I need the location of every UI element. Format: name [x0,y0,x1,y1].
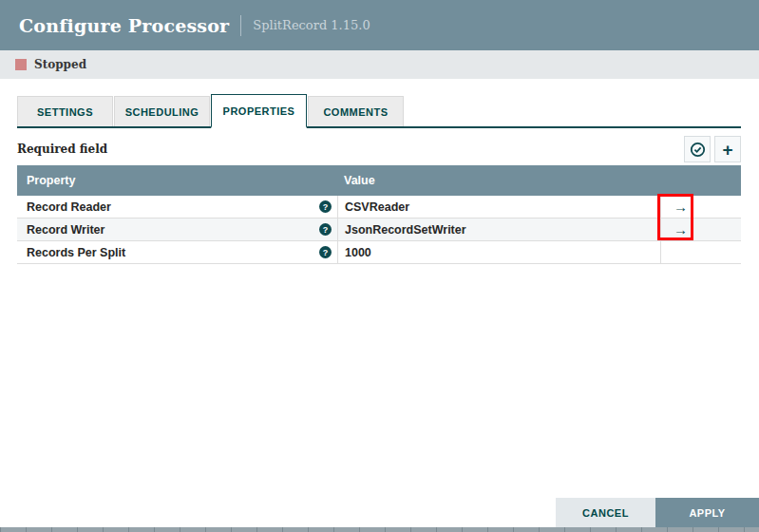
verify-properties-button[interactable] [684,136,711,162]
help-icon[interactable]: ? [319,200,332,213]
processor-name-version: SplitRecord 1.15.0 [253,18,370,32]
tab-scheduling[interactable]: SCHEDULING [114,96,210,126]
tab-comments[interactable]: COMMENTS [308,96,404,126]
property-name: Record Writer [27,223,104,237]
status-bar: Stopped [0,50,759,79]
add-property-button[interactable]: + [714,136,741,162]
table-row-record-writer[interactable]: Record Writer ? JsonRecordSetWriter → [17,218,741,241]
required-field-label: Required field [17,142,107,156]
property-name: Records Per Split [27,246,125,259]
property-value[interactable]: JsonRecordSetWriter [345,223,466,237]
cancel-button[interactable]: CANCEL [556,498,655,527]
table-header: Property Value [17,165,741,196]
property-name: Record Reader [27,200,111,214]
background-canvas-strip [0,527,759,532]
tab-settings[interactable]: SETTINGS [17,96,113,126]
go-to-service-button[interactable]: → [670,222,692,237]
arrow-right-icon: → [674,199,688,215]
table-row-records-per-split[interactable]: Records Per Split ? 1000 [17,241,741,264]
plus-icon: + [722,141,732,159]
column-header-value: Value [337,174,741,187]
tab-properties[interactable]: PROPERTIES [211,94,307,128]
apply-button[interactable]: APPLY [655,498,759,527]
arrow-right-icon: → [674,221,688,238]
check-circle-icon [690,142,706,158]
help-icon[interactable]: ? [319,223,332,236]
property-value[interactable]: CSVReader [345,200,409,214]
properties-table: Property Value Record Reader ? CSVReader… [17,165,741,264]
column-header-property: Property [17,174,337,187]
properties-toolbar: Required field + [17,135,741,163]
dialog-footer: CANCEL APPLY [556,498,759,527]
property-toolbar-buttons: + [684,136,741,162]
stopped-status-icon [15,59,27,70]
help-icon[interactable]: ? [319,246,332,258]
go-to-service-button[interactable]: → [670,200,692,214]
status-label: Stopped [34,58,86,71]
dialog-header: Configure Processor SplitRecord 1.15.0 [0,0,759,50]
property-value[interactable]: 1000 [345,246,371,259]
table-row-record-reader[interactable]: Record Reader ? CSVReader → [17,196,741,218]
dialog-title: Configure Processor [19,15,229,36]
tab-bar: SETTINGS SCHEDULING PROPERTIES COMMENTS [17,94,741,128]
title-divider [240,15,241,36]
